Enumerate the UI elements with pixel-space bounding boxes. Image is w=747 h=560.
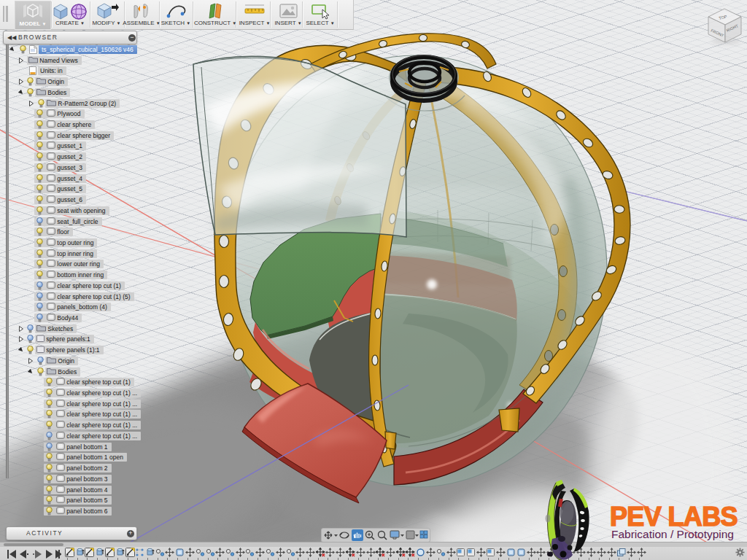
svg-text:PEV LABS: PEV LABS (610, 502, 737, 532)
svg-text:Fabrication / Prototyping: Fabrication / Prototyping (611, 528, 734, 540)
